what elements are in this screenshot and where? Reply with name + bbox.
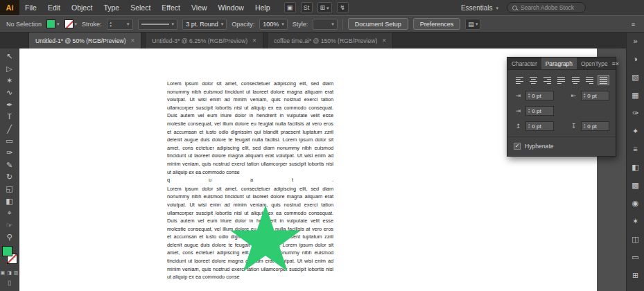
chevron-down-icon[interactable]: ▾ bbox=[127, 21, 130, 26]
justify-last-left-button[interactable] bbox=[555, 75, 567, 85]
lasso-tool[interactable]: ∿ bbox=[1, 87, 18, 98]
draw-inside-icon[interactable]: ▥ bbox=[14, 270, 19, 276]
chevron-down-icon[interactable]: ▾ bbox=[331, 21, 334, 26]
justify-all-button[interactable] bbox=[598, 75, 609, 85]
panel-options-dropdown[interactable]: ▤ ▾ bbox=[465, 19, 480, 30]
stepper[interactable]: ▴ ▾ bbox=[584, 93, 585, 98]
tab-opentype[interactable]: OpenType bbox=[577, 58, 612, 69]
document-setup-button[interactable]: Document Setup bbox=[348, 18, 408, 30]
layers-panel-icon[interactable]: ◫ bbox=[629, 233, 642, 245]
eyedropper-tool[interactable]: ⌖ bbox=[1, 207, 18, 219]
menu-select[interactable]: Select bbox=[125, 0, 156, 15]
stepper-down-icon[interactable]: ▾ bbox=[528, 126, 530, 129]
collapse-dock-icon[interactable]: » bbox=[629, 35, 642, 46]
menu-type[interactable]: Type bbox=[98, 0, 125, 15]
rotate-tool[interactable]: ↻ bbox=[1, 171, 18, 183]
rectangle-tool[interactable]: ▭ bbox=[1, 135, 18, 147]
style-dropdown[interactable]: ▾ bbox=[313, 19, 338, 30]
menu-object[interactable]: Object bbox=[66, 0, 98, 15]
selection-tool[interactable]: ↖ bbox=[1, 51, 18, 62]
close-icon[interactable]: × bbox=[252, 37, 256, 44]
stepper-down-icon[interactable]: ▾ bbox=[528, 111, 530, 114]
control-bar-menu-icon[interactable]: ≡ bbox=[632, 21, 635, 28]
toolbar-fill-swatch[interactable] bbox=[2, 246, 12, 256]
gradient-tool[interactable]: ◧ bbox=[1, 195, 18, 207]
justify-last-center-button[interactable] bbox=[570, 75, 582, 85]
close-icon[interactable]: × bbox=[131, 37, 135, 44]
fill-swatch[interactable] bbox=[46, 19, 55, 28]
direct-selection-tool[interactable]: ▷ bbox=[1, 62, 18, 74]
search-input[interactable] bbox=[521, 4, 580, 11]
pencil-tool[interactable]: ✎ bbox=[1, 159, 18, 171]
align-center-button[interactable] bbox=[528, 75, 539, 85]
graphic-styles-panel-icon[interactable]: ✶ bbox=[629, 215, 642, 227]
stroke-weight-stepper[interactable]: ▴ ▾ bbox=[110, 21, 112, 27]
magic-wand-tool[interactable]: ✶ bbox=[1, 75, 18, 87]
tab-untitled-3[interactable]: Untitled-3* @ 6.25% (RGB/Preview) × bbox=[145, 33, 263, 48]
menu-effect[interactable]: Effect bbox=[156, 0, 186, 15]
chevron-down-icon[interactable]: ▾ bbox=[172, 21, 175, 26]
artboards-panel-icon[interactable]: ▭ bbox=[629, 252, 642, 263]
opacity-label[interactable]: Opacity: bbox=[232, 21, 254, 28]
menu-window[interactable]: Window bbox=[213, 0, 250, 15]
width-profile-dropdown[interactable]: ▾ bbox=[138, 19, 178, 30]
arrange-documents-icon[interactable]: ⊞ ▾ bbox=[317, 2, 332, 13]
right-indent-field[interactable]: ▴ ▾ 0 pt bbox=[581, 91, 609, 100]
hand-tool[interactable]: ☞ bbox=[1, 219, 18, 231]
transparency-panel-icon[interactable]: ▩ bbox=[629, 179, 642, 191]
gradient-panel-icon[interactable]: ◧ bbox=[629, 161, 642, 173]
illustrator-logo[interactable]: Ai bbox=[0, 0, 19, 15]
star-shape[interactable] bbox=[229, 205, 302, 272]
stroke-color-control[interactable]: ▾ bbox=[64, 19, 78, 28]
brush-definition-dropdown[interactable]: 3 pt. Round ▾ bbox=[182, 19, 227, 30]
brushes-panel-icon[interactable]: ✑ bbox=[629, 107, 642, 118]
stock-search-box[interactable] bbox=[507, 2, 586, 13]
chevron-down-icon[interactable]: ▾ bbox=[281, 21, 284, 26]
align-right-button[interactable] bbox=[541, 75, 553, 85]
stroke-panel-icon[interactable]: ≡ bbox=[629, 143, 642, 155]
workspace-switcher[interactable]: Essentials ▾ bbox=[461, 4, 498, 12]
fill-color-control[interactable]: ▾ bbox=[46, 19, 60, 28]
left-indent-field[interactable]: ▴ ▾ 0 pt bbox=[525, 91, 554, 100]
preferences-button[interactable]: Preferences bbox=[413, 18, 461, 30]
chevron-down-icon[interactable]: ▾ bbox=[75, 21, 78, 26]
adobe-stock-icon[interactable]: St bbox=[301, 2, 313, 13]
symbols-panel-icon[interactable]: ✦ bbox=[629, 125, 642, 136]
first-line-indent-field[interactable]: ▴ ▾ 0 pt bbox=[525, 106, 554, 116]
space-after-field[interactable]: ▴ ▾ 0 pt bbox=[581, 121, 609, 131]
zoom-tool[interactable]: ⚲ bbox=[1, 231, 18, 243]
draw-normal-icon[interactable]: ▣ bbox=[1, 270, 6, 276]
color-panel-icon[interactable]: ◑ bbox=[629, 53, 642, 64]
menu-view[interactable]: View bbox=[186, 0, 213, 15]
menu-edit[interactable]: Edit bbox=[42, 0, 66, 15]
space-before-field[interactable]: ▴ ▾ 0 pt bbox=[525, 121, 554, 131]
screen-mode-icon[interactable]: ▯ bbox=[8, 279, 11, 286]
chevron-down-icon[interactable]: ▾ bbox=[57, 21, 60, 26]
chevron-down-icon[interactable]: ▾ bbox=[221, 21, 224, 26]
stepper-down-icon[interactable]: ▾ bbox=[528, 96, 530, 98]
swatches-panel-icon[interactable]: ▦ bbox=[629, 89, 642, 100]
star-polygon[interactable] bbox=[230, 205, 301, 272]
align-left-button[interactable] bbox=[514, 75, 525, 85]
hyphenate-checkbox[interactable]: ✓ bbox=[514, 143, 521, 150]
stepper[interactable]: ▴ ▾ bbox=[528, 108, 530, 114]
stepper-down-icon[interactable]: ▾ bbox=[110, 24, 112, 27]
stroke-swatch[interactable] bbox=[64, 19, 73, 28]
appearance-panel-icon[interactable]: ◉ bbox=[629, 197, 642, 209]
justify-last-right-button[interactable] bbox=[584, 75, 595, 85]
stepper[interactable]: ▴ ▾ bbox=[528, 123, 530, 129]
stepper[interactable]: ▴ ▾ bbox=[528, 93, 530, 98]
align-panel-icon[interactable]: ⊞ bbox=[629, 270, 642, 281]
stroke-weight-field[interactable]: ▴ ▾ ▾ bbox=[107, 19, 133, 30]
scale-tool[interactable]: ◱ bbox=[1, 183, 18, 195]
pen-tool[interactable]: ✒ bbox=[1, 99, 18, 111]
color-guide-panel-icon[interactable]: ▧ bbox=[629, 71, 642, 82]
tab-paragraph[interactable]: Paragraph bbox=[541, 58, 577, 69]
close-icon[interactable]: × bbox=[616, 58, 619, 69]
paintbrush-tool[interactable]: ✑ bbox=[1, 147, 18, 159]
adobe-bridge-icon[interactable]: ▣ bbox=[284, 2, 296, 13]
draw-behind-icon[interactable]: ◨ bbox=[7, 270, 12, 276]
type-tool[interactable]: T bbox=[1, 111, 18, 123]
opacity-dropdown[interactable]: 100% ▾ bbox=[259, 19, 288, 30]
tab-coffee-time[interactable]: coffee time.ai* @ 150% (RGB/Preview) × bbox=[267, 33, 393, 48]
